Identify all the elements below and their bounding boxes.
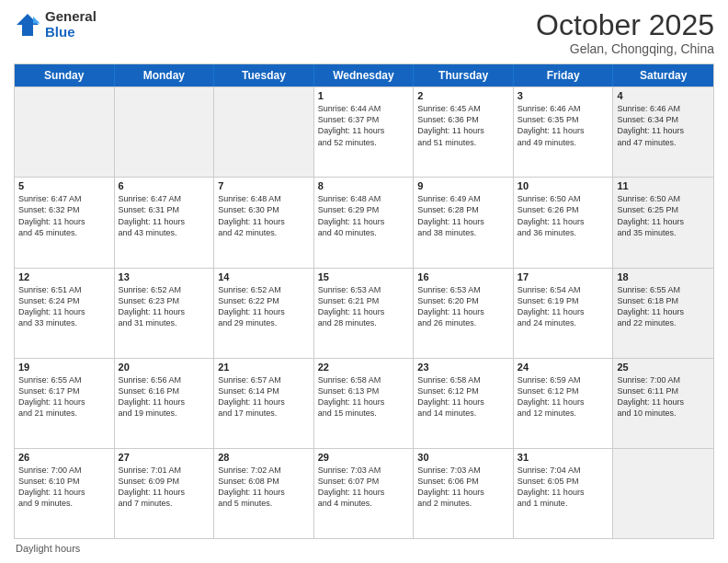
cal-cell-2: 2Sunrise: 6:45 AM Sunset: 6:36 PM Daylig… [414,87,514,177]
header-day-tuesday: Tuesday [214,64,314,86]
cal-cell-24: 24Sunrise: 6:59 AM Sunset: 6:12 PM Dayli… [514,359,614,448]
cell-info: Sunrise: 6:57 AM Sunset: 6:14 PM Dayligh… [218,374,310,419]
cal-cell-14: 14Sunrise: 6:52 AM Sunset: 6:22 PM Dayli… [214,269,314,358]
cal-cell-21: 21Sunrise: 6:57 AM Sunset: 6:14 PM Dayli… [214,359,314,448]
cal-cell-7: 7Sunrise: 6:48 AM Sunset: 6:30 PM Daylig… [214,178,314,267]
cell-info: Sunrise: 6:50 AM Sunset: 6:26 PM Dayligh… [518,193,609,238]
footer: Daylight hours [14,543,714,554]
cal-cell-empty-6 [613,449,713,538]
cal-cell-19: 19Sunrise: 6:55 AM Sunset: 6:17 PM Dayli… [15,359,115,448]
cal-cell-26: 26Sunrise: 7:00 AM Sunset: 6:10 PM Dayli… [15,449,115,538]
cal-cell-25: 25Sunrise: 7:00 AM Sunset: 6:11 PM Dayli… [613,359,713,448]
cal-cell-31: 31Sunrise: 7:04 AM Sunset: 6:05 PM Dayli… [514,449,614,538]
header-day-friday: Friday [514,64,614,86]
page: General Blue October 2025 Gelan, Chongqi… [0,0,728,563]
header-day-monday: Monday [115,64,215,86]
cell-info: Sunrise: 6:59 AM Sunset: 6:12 PM Dayligh… [518,374,609,419]
cal-cell-13: 13Sunrise: 6:52 AM Sunset: 6:23 PM Dayli… [115,269,215,358]
cell-info: Sunrise: 6:58 AM Sunset: 6:12 PM Dayligh… [417,374,509,419]
cell-info: Sunrise: 6:53 AM Sunset: 6:20 PM Dayligh… [417,284,509,329]
header-day-thursday: Thursday [414,64,514,86]
cell-info: Sunrise: 6:52 AM Sunset: 6:23 PM Dayligh… [119,284,210,329]
cal-cell-1: 1Sunrise: 6:44 AM Sunset: 6:37 PM Daylig… [314,87,415,177]
cal-cell-12: 12Sunrise: 6:51 AM Sunset: 6:24 PM Dayli… [15,269,115,358]
svg-marker-0 [17,14,39,36]
cal-cell-8: 8Sunrise: 6:48 AM Sunset: 6:29 PM Daylig… [314,178,415,267]
cell-info: Sunrise: 6:47 AM Sunset: 6:31 PM Dayligh… [119,193,210,238]
month-title: October 2025 [536,9,714,41]
cell-info: Sunrise: 6:46 AM Sunset: 6:35 PM Dayligh… [518,103,609,148]
calendar-row-1: 1Sunrise: 6:44 AM Sunset: 6:37 PM Daylig… [15,86,713,177]
cal-cell-17: 17Sunrise: 6:54 AM Sunset: 6:19 PM Dayli… [514,269,614,358]
cell-info: Sunrise: 6:44 AM Sunset: 6:37 PM Dayligh… [318,103,410,148]
svg-marker-1 [33,17,40,24]
day-number: 6 [119,180,210,191]
cell-info: Sunrise: 6:48 AM Sunset: 6:30 PM Dayligh… [218,193,310,238]
day-number: 1 [318,90,410,101]
day-number: 22 [318,362,410,373]
calendar-row-3: 12Sunrise: 6:51 AM Sunset: 6:24 PM Dayli… [15,268,713,358]
cal-cell-28: 28Sunrise: 7:02 AM Sunset: 6:08 PM Dayli… [214,449,314,538]
title-block: October 2025 Gelan, Chongqing, China [536,9,714,56]
day-number: 11 [617,180,710,191]
calendar-row-2: 5Sunrise: 6:47 AM Sunset: 6:32 PM Daylig… [15,177,713,267]
cell-info: Sunrise: 6:50 AM Sunset: 6:25 PM Dayligh… [617,193,710,238]
cell-info: Sunrise: 7:03 AM Sunset: 6:07 PM Dayligh… [318,465,410,510]
cal-cell-4: 4Sunrise: 6:46 AM Sunset: 6:34 PM Daylig… [613,87,713,177]
day-number: 4 [617,90,710,101]
cal-cell-empty-2 [214,87,314,177]
day-number: 12 [18,271,110,282]
day-number: 20 [119,362,210,373]
cell-info: Sunrise: 6:52 AM Sunset: 6:22 PM Dayligh… [218,284,310,329]
cell-info: Sunrise: 6:58 AM Sunset: 6:13 PM Dayligh… [318,374,410,419]
day-number: 15 [318,271,410,282]
day-number: 9 [417,180,509,191]
day-number: 17 [518,271,609,282]
header-day-sunday: Sunday [15,64,115,86]
day-number: 31 [518,452,609,463]
cal-cell-empty-0 [15,87,115,177]
cal-cell-5: 5Sunrise: 6:47 AM Sunset: 6:32 PM Daylig… [15,178,115,267]
day-number: 25 [617,362,710,373]
calendar-row-4: 19Sunrise: 6:55 AM Sunset: 6:17 PM Dayli… [15,358,713,448]
logo: General Blue [14,9,97,40]
cal-cell-23: 23Sunrise: 6:58 AM Sunset: 6:12 PM Dayli… [414,359,514,448]
cell-info: Sunrise: 7:01 AM Sunset: 6:09 PM Dayligh… [119,465,210,510]
day-number: 30 [417,452,509,463]
calendar: SundayMondayTuesdayWednesdayThursdayFrid… [14,63,714,539]
cell-info: Sunrise: 6:49 AM Sunset: 6:28 PM Dayligh… [417,193,509,238]
cal-cell-3: 3Sunrise: 6:46 AM Sunset: 6:35 PM Daylig… [514,87,614,177]
cal-cell-11: 11Sunrise: 6:50 AM Sunset: 6:25 PM Dayli… [613,178,713,267]
cell-info: Sunrise: 7:00 AM Sunset: 6:11 PM Dayligh… [617,374,710,419]
logo-text: General Blue [45,9,97,40]
day-number: 2 [417,90,509,101]
daylight-hours-label: Daylight hours [16,543,80,554]
cell-info: Sunrise: 6:46 AM Sunset: 6:34 PM Dayligh… [617,103,710,148]
cal-cell-15: 15Sunrise: 6:53 AM Sunset: 6:21 PM Dayli… [314,269,415,358]
cal-cell-16: 16Sunrise: 6:53 AM Sunset: 6:20 PM Dayli… [414,269,514,358]
cal-cell-10: 10Sunrise: 6:50 AM Sunset: 6:26 PM Dayli… [514,178,614,267]
calendar-body: 1Sunrise: 6:44 AM Sunset: 6:37 PM Daylig… [15,86,713,538]
day-number: 29 [318,452,410,463]
cell-info: Sunrise: 6:51 AM Sunset: 6:24 PM Dayligh… [18,284,110,329]
logo-icon [14,11,41,39]
header: General Blue October 2025 Gelan, Chongqi… [14,9,714,56]
cell-info: Sunrise: 6:56 AM Sunset: 6:16 PM Dayligh… [119,374,210,419]
calendar-row-5: 26Sunrise: 7:00 AM Sunset: 6:10 PM Dayli… [15,448,713,538]
cal-cell-6: 6Sunrise: 6:47 AM Sunset: 6:31 PM Daylig… [115,178,215,267]
cell-info: Sunrise: 6:47 AM Sunset: 6:32 PM Dayligh… [18,193,110,238]
location-subtitle: Gelan, Chongqing, China [536,41,714,56]
cal-cell-27: 27Sunrise: 7:01 AM Sunset: 6:09 PM Dayli… [115,449,215,538]
day-number: 23 [417,362,509,373]
cell-info: Sunrise: 7:02 AM Sunset: 6:08 PM Dayligh… [218,465,310,510]
header-day-saturday: Saturday [613,64,713,86]
cal-cell-empty-1 [115,87,215,177]
cal-cell-9: 9Sunrise: 6:49 AM Sunset: 6:28 PM Daylig… [414,178,514,267]
cell-info: Sunrise: 7:04 AM Sunset: 6:05 PM Dayligh… [518,465,609,510]
day-number: 13 [119,271,210,282]
day-number: 26 [18,452,110,463]
cell-info: Sunrise: 6:54 AM Sunset: 6:19 PM Dayligh… [518,284,609,329]
cell-info: Sunrise: 7:00 AM Sunset: 6:10 PM Dayligh… [18,465,110,510]
cal-cell-30: 30Sunrise: 7:03 AM Sunset: 6:06 PM Dayli… [414,449,514,538]
cell-info: Sunrise: 6:55 AM Sunset: 6:18 PM Dayligh… [617,284,710,329]
